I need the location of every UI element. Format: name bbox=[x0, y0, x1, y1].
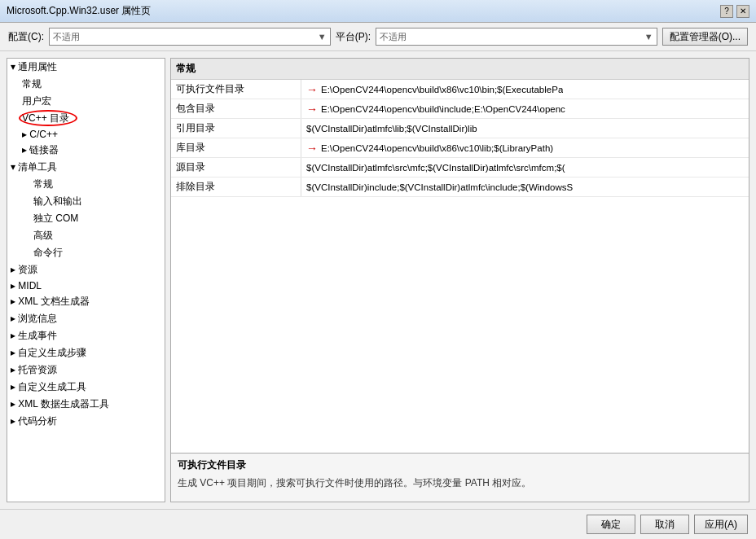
tree-item-resources[interactable]: ▸ 资源 bbox=[7, 261, 165, 278]
value-text-2: $(VCInstallDir)atlmfc\lib;$(VCInstallDir… bbox=[306, 124, 477, 134]
value-text-1: E:\OpenCV244\opencv\build\include;E:\Ope… bbox=[321, 104, 565, 114]
config-value: 不适用 bbox=[53, 31, 80, 43]
close-button[interactable]: ✕ bbox=[736, 5, 749, 18]
tree-item-xml-data-gen[interactable]: ▸ XML 数据生成器工具 bbox=[7, 396, 165, 413]
tree-item-mt-cmd[interactable]: 命令行 bbox=[7, 244, 165, 261]
prop-name-5: 排除目录 bbox=[171, 177, 301, 196]
prop-row-2[interactable]: 引用目录$(VCInstallDir)atlmfc\lib;$(VCInstal… bbox=[171, 119, 749, 138]
prop-row-4[interactable]: 源目录$(VCInstallDir)atlmfc\src\mfc;$(VCIns… bbox=[171, 158, 749, 177]
prop-name-1: 包含目录 bbox=[171, 99, 301, 118]
platform-dropdown-arrow: ▼ bbox=[644, 32, 653, 42]
tree-item-build-events[interactable]: ▸ 生成事件 bbox=[7, 327, 165, 344]
apply-button[interactable]: 应用(A) bbox=[694, 515, 748, 534]
desc-title: 可执行文件目录 bbox=[178, 458, 742, 472]
prop-row-0[interactable]: 可执行文件目录→E:\OpenCV244\opencv\build\x86\vc… bbox=[171, 80, 749, 99]
prop-name-0: 可执行文件目录 bbox=[171, 80, 301, 99]
right-panel: 常规 可执行文件目录→E:\OpenCV244\opencv\build\x86… bbox=[170, 58, 749, 502]
tree-item-code-analysis[interactable]: ▸ 代码分析 bbox=[7, 413, 165, 430]
prop-section-label: 常规 bbox=[176, 62, 196, 76]
title-controls: ? ✕ bbox=[720, 5, 749, 18]
value-text-3: E:\OpenCV244\opencv\build\x86\vc10\lib;$… bbox=[321, 143, 553, 153]
config-manager-button[interactable]: 配置管理器(O)... bbox=[662, 28, 748, 46]
tree-item-cpp[interactable]: ▸ C/C++ bbox=[7, 127, 165, 142]
desc-panel: 可执行文件目录 生成 VC++ 项目期间，搜索可执行文件时使用的路径。与环境变量… bbox=[171, 453, 749, 502]
prop-name-2: 引用目录 bbox=[171, 119, 301, 138]
prop-row-5[interactable]: 排除目录$(VCInstallDir)include;$(VCInstallDi… bbox=[171, 177, 749, 197]
desc-text: 生成 VC++ 项目期间，搜索可执行文件时使用的路径。与环境变量 PATH 相对… bbox=[178, 475, 742, 490]
prop-name-4: 源目录 bbox=[171, 158, 301, 177]
tree-item-custom-tool[interactable]: ▸ 自定义生成工具 bbox=[7, 379, 165, 396]
prop-value-5: $(VCInstallDir)include;$(VCInstallDir)at… bbox=[301, 177, 749, 196]
red-arrow-icon-0: → bbox=[306, 83, 318, 96]
tree-item-general[interactable]: 常规 bbox=[7, 76, 165, 93]
value-text-0: E:\OpenCV244\opencv\build\x86\vc10\bin;$… bbox=[321, 85, 563, 94]
body: ▾ 通用属性常规用户宏VC++ 目录▸ C/C++▸ 链接器▾ 清单工具常规输入… bbox=[0, 51, 756, 509]
tree-item-browse[interactable]: ▸ 浏览信息 bbox=[7, 310, 165, 327]
prop-section-header: 常规 bbox=[171, 59, 749, 80]
tree-item-mt-general[interactable]: 常规 bbox=[7, 176, 165, 193]
tree-item-linker[interactable]: ▸ 链接器 bbox=[7, 142, 165, 159]
tree-item-xml-gen[interactable]: ▸ XML 文档生成器 bbox=[7, 293, 165, 310]
tree-item-vc-dirs[interactable]: VC++ 目录 bbox=[7, 110, 165, 127]
tree-item-mt-io[interactable]: 输入和输出 bbox=[7, 193, 165, 210]
prop-value-1: →E:\OpenCV244\opencv\build\include;E:\Op… bbox=[301, 99, 749, 118]
title-text: Microsoft.Cpp.Win32.user 属性页 bbox=[7, 4, 151, 18]
bottom-bar: 确定 取消 应用(A) bbox=[0, 509, 756, 539]
tree-item-general-props[interactable]: ▾ 通用属性 bbox=[7, 59, 165, 76]
dialog: 配置(C): 不适用 ▼ 平台(P): 不适用 ▼ 配置管理器(O)... ▾ … bbox=[0, 23, 756, 539]
prop-table: 可执行文件目录→E:\OpenCV244\opencv\build\x86\vc… bbox=[171, 80, 749, 453]
prop-value-2: $(VCInstallDir)atlmfc\lib;$(VCInstallDir… bbox=[301, 119, 749, 138]
prop-name-3: 库目录 bbox=[171, 138, 301, 157]
tree-panel: ▾ 通用属性常规用户宏VC++ 目录▸ C/C++▸ 链接器▾ 清单工具常规输入… bbox=[7, 58, 165, 502]
value-text-5: $(VCInstallDir)include;$(VCInstallDir)at… bbox=[306, 182, 573, 192]
prop-value-4: $(VCInstallDir)atlmfc\src\mfc;$(VCInstal… bbox=[301, 158, 749, 177]
tree-item-user-macro[interactable]: 用户宏 bbox=[7, 93, 165, 110]
tree-item-manifest-tools[interactable]: ▾ 清单工具 bbox=[7, 159, 165, 176]
title-bar: Microsoft.Cpp.Win32.user 属性页 ? ✕ bbox=[0, 0, 756, 23]
prop-value-3: →E:\OpenCV244\opencv\build\x86\vc10\lib;… bbox=[301, 138, 749, 157]
help-button[interactable]: ? bbox=[720, 5, 733, 18]
value-text-4: $(VCInstallDir)atlmfc\src\mfc;$(VCInstal… bbox=[306, 163, 565, 173]
red-arrow-icon-3: → bbox=[306, 142, 318, 155]
cancel-button[interactable]: 取消 bbox=[640, 515, 689, 534]
platform-label: 平台(P): bbox=[336, 30, 371, 44]
config-label: 配置(C): bbox=[8, 30, 44, 44]
tree-item-custom-build[interactable]: ▸ 自定义生成步骤 bbox=[7, 344, 165, 362]
tree-item-managed-res[interactable]: ▸ 托管资源 bbox=[7, 362, 165, 379]
tree-item-mt-com[interactable]: 独立 COM bbox=[7, 210, 165, 227]
vc-highlight-oval bbox=[19, 110, 77, 126]
prop-row-3[interactable]: 库目录→E:\OpenCV244\opencv\build\x86\vc10\l… bbox=[171, 138, 749, 158]
toolbar: 配置(C): 不适用 ▼ 平台(P): 不适用 ▼ 配置管理器(O)... bbox=[0, 23, 756, 51]
ok-button[interactable]: 确定 bbox=[587, 515, 635, 534]
prop-row-1[interactable]: 包含目录→E:\OpenCV244\opencv\build\include;E… bbox=[171, 99, 749, 119]
platform-value: 不适用 bbox=[380, 31, 407, 43]
tree-item-midl[interactable]: ▸ MIDL bbox=[7, 278, 165, 293]
prop-value-0: →E:\OpenCV244\opencv\build\x86\vc10\bin;… bbox=[301, 80, 749, 99]
red-arrow-icon-1: → bbox=[306, 103, 318, 116]
tree-item-mt-advanced[interactable]: 高级 bbox=[7, 227, 165, 244]
config-dropdown-arrow: ▼ bbox=[318, 32, 327, 42]
platform-dropdown[interactable]: 不适用 ▼ bbox=[376, 28, 657, 46]
config-dropdown[interactable]: 不适用 ▼ bbox=[49, 28, 331, 46]
